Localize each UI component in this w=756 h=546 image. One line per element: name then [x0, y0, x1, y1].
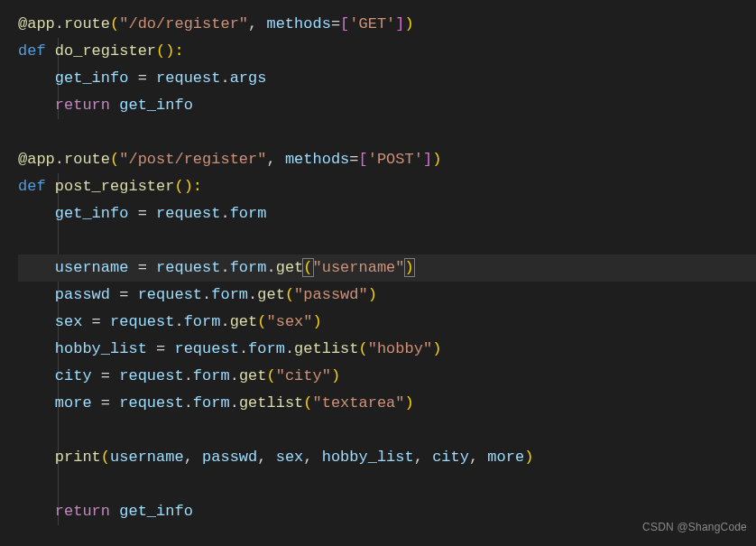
code-line: return get_info [18, 92, 756, 119]
code-line: city = request.form.get("city") [18, 363, 756, 390]
watermark-label: CSDN @ShangCode [642, 514, 747, 541]
code-line-highlighted: username = request.form.get("username") [18, 254, 756, 282]
code-line: def do_register(): [18, 38, 756, 65]
code-line: @app.route("/post/register", methods=['P… [18, 146, 756, 173]
code-line: @app.route("/do/register", methods=['GET… [18, 11, 756, 38]
code-line: more = request.form.getlist("textarea") [18, 390, 756, 417]
code-editor[interactable]: @app.route("/do/register", methods=['GET… [18, 11, 756, 525]
code-line: get_info = request.form [18, 200, 756, 227]
bracket-match-icon: ) [404, 258, 415, 277]
code-line: sex = request.form.get("sex") [18, 309, 756, 336]
code-line: hobby_list = request.form.getlist("hobby… [18, 336, 756, 363]
code-line-blank [18, 471, 756, 498]
code-line: print(username, passwd, sex, hobby_list,… [18, 444, 756, 471]
code-line-blank [18, 119, 756, 146]
code-line-blank [18, 417, 756, 444]
code-line: def post_register(): [18, 173, 756, 200]
code-line: get_info = request.args [18, 65, 756, 92]
code-line: passwd = request.form.get("passwd") [18, 282, 756, 309]
code-line-blank [18, 227, 756, 254]
